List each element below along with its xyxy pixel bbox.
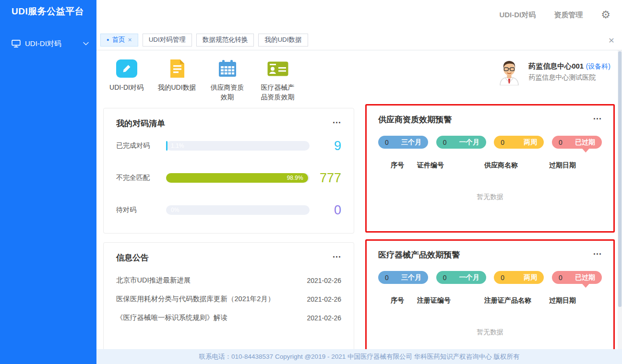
badge-tail	[582, 283, 589, 288]
match-row-label: 已完成对码	[116, 141, 166, 150]
sidebar: UDI服务公益平台 UDI-DI对码	[0, 0, 96, 364]
scrollbar-thumb[interactable]	[618, 51, 622, 307]
main-area: UDI-DI对码 资质管理 ⚙ ● 首页 × UDI对码管理 数据规范化转换 我…	[96, 0, 622, 364]
progress-bar: 0%	[166, 205, 310, 215]
notice-card: 信息公告 ... 北京市UDI推进最新进展 2021-02-26 医保医用耗材分…	[103, 242, 354, 351]
notice-date: 2021-02-26	[307, 314, 341, 322]
more-icon[interactable]: ...	[333, 252, 341, 258]
user-dept: (设备科)	[586, 62, 610, 70]
tab-data-normalize[interactable]: 数据规范化转换	[196, 34, 254, 47]
badge-count: 0	[501, 274, 504, 282]
more-icon[interactable]: ...	[333, 118, 341, 123]
shortcuts: UDI-DI对码 我的UDI数据	[101, 58, 303, 102]
id-card-icon	[267, 61, 288, 76]
badge-count: 0	[385, 274, 389, 282]
badge-one-month[interactable]: 0 一个月	[436, 271, 486, 284]
notice-title: 《医疗器械唯一标识系统规则》解读	[116, 313, 227, 322]
badge-label: 三个月	[401, 273, 421, 282]
badge-one-month[interactable]: 0 一个月	[436, 136, 486, 149]
col-expiry-date: 过期日期	[549, 296, 602, 305]
badge-expired[interactable]: 0 已过期	[552, 136, 602, 149]
badge-label: 一个月	[459, 273, 479, 282]
match-row-value: 777	[310, 171, 341, 186]
col-seq: 序号	[391, 296, 417, 305]
shortcut-label: 医疗器械产品资质效期	[260, 82, 296, 102]
shortcut-udi-di[interactable]: UDI-DI对码	[101, 58, 152, 102]
notice-title: 医保医用耗材分类与代码数据库更新（2021年2月）	[116, 294, 275, 304]
badge-count: 0	[501, 139, 504, 146]
supplier-expiry-card: 供应商资质效期预警 ... 0 三个月 0 一个月 0 两周	[365, 104, 615, 233]
col-expiry-date: 过期日期	[549, 161, 602, 170]
user-info[interactable]: 药监信息中心001 (设备科) 药监信息中心测试医院	[496, 59, 610, 85]
active-dot-icon: ●	[107, 38, 109, 42]
more-icon[interactable]: ...	[593, 249, 602, 255]
app-root: UDI服务公益平台 UDI-DI对码 UDI-DI对码 资质管理 ⚙ ● 首页	[0, 0, 622, 364]
tab-label: UDI对码管理	[149, 35, 186, 44]
close-icon[interactable]: ×	[609, 35, 614, 45]
progress-fill: 98.9%	[166, 173, 308, 183]
col-seq: 序号	[391, 161, 417, 170]
tab-udi-code-manage[interactable]: UDI对码管理	[143, 34, 192, 47]
badge-tail	[582, 148, 589, 153]
col-supplier-name: 供应商名称	[484, 161, 549, 170]
badge-two-weeks[interactable]: 0 两周	[494, 271, 544, 284]
progress-percent: 0%	[171, 207, 179, 213]
tab-my-udi-data[interactable]: 我的UDI数据	[258, 34, 308, 47]
table-header: 序号 注册证编号 注册证产品名称 过期日期	[378, 296, 602, 305]
empty-state: 暂无数据	[378, 328, 602, 337]
notice-date: 2021-02-26	[307, 295, 341, 303]
card-title: 我的对码清单	[116, 118, 165, 129]
gear-icon[interactable]: ⚙	[601, 10, 610, 20]
calendar-icon	[218, 60, 237, 77]
pencil-icon	[116, 59, 137, 78]
match-row-value: 0	[310, 203, 341, 218]
tab-close-icon[interactable]: ×	[128, 36, 132, 44]
shortcut-label: UDI-DI对码	[109, 82, 144, 92]
tabbar: ● 首页 × UDI对码管理 数据规范化转换 我的UDI数据 ×	[96, 30, 622, 50]
progress-fill	[166, 141, 167, 151]
content: UDI-DI对码 我的UDI数据	[96, 50, 622, 349]
badge-two-weeks[interactable]: 0 两周	[494, 136, 544, 149]
monitor-icon	[12, 39, 21, 48]
sidebar-item-udi-di[interactable]: UDI-DI对码	[0, 34, 96, 53]
badge-three-months[interactable]: 0 三个月	[378, 271, 428, 284]
match-row-completed: 已完成对码 1.1% 9	[116, 141, 341, 151]
empty-state: 暂无数据	[378, 193, 602, 201]
user-org: 药监信息中心测试医院	[528, 73, 610, 82]
user-name: 药监信息中心001	[528, 62, 584, 70]
badge-three-months[interactable]: 0 三个月	[378, 136, 428, 149]
tab-home[interactable]: ● 首页 ×	[100, 34, 138, 47]
progress-percent: 1.1%	[171, 142, 184, 149]
topnav-udi-di[interactable]: UDI-DI对码	[499, 11, 536, 20]
chevron-down-icon	[83, 42, 89, 46]
notice-item[interactable]: 医保医用耗材分类与代码数据库更新（2021年2月） 2021-02-26	[116, 290, 341, 308]
match-row-value: 9	[310, 139, 341, 153]
shortcut-supplier-expiry[interactable]: 供应商资质效期	[202, 58, 252, 102]
vertical-scrollbar[interactable]	[618, 50, 622, 349]
match-row-label: 不完全匹配	[116, 174, 166, 182]
badge-label: 一个月	[459, 138, 479, 147]
shortcut-product-expiry[interactable]: 医疗器械产品资质效期	[252, 58, 303, 102]
col-reg-product-name: 注册证产品名称	[484, 296, 549, 305]
shortcut-label: 供应商资质效期	[209, 82, 246, 102]
match-row-partial: 不完全匹配 98.9% 777	[116, 173, 341, 183]
shortcut-my-udi-data[interactable]: 我的UDI数据	[152, 58, 202, 102]
badge-label: 已过期	[575, 273, 595, 282]
tab-label: 数据规范化转换	[203, 35, 248, 44]
notice-item[interactable]: 《医疗器械唯一标识系统规则》解读 2021-02-26	[116, 308, 341, 327]
badge-label: 两周	[524, 273, 537, 282]
avatar	[496, 59, 523, 85]
progress-bar: 98.9%	[166, 173, 310, 183]
badge-count: 0	[559, 274, 562, 282]
badge-label: 已过期	[575, 138, 595, 147]
col-cert-no: 证件编号	[417, 161, 484, 170]
more-icon[interactable]: ...	[593, 114, 602, 119]
tab-label: 首页	[112, 35, 125, 44]
card-title: 医疗器械产品效期预警	[378, 249, 460, 260]
topnav-qualification[interactable]: 资质管理	[554, 11, 583, 20]
notice-item[interactable]: 北京市UDI推进最新进展 2021-02-26	[116, 271, 341, 290]
badge-count: 0	[443, 139, 447, 146]
badge-expired[interactable]: 0 已过期	[552, 271, 602, 284]
col-reg-cert-no: 注册证编号	[417, 296, 484, 305]
table-header: 序号 证件编号 供应商名称 过期日期	[378, 161, 602, 170]
